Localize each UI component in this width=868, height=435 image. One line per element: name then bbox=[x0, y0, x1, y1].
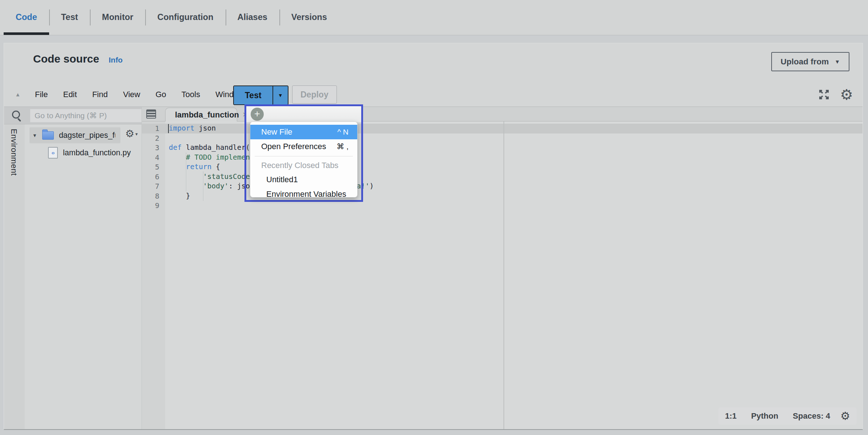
folder-icon bbox=[42, 131, 54, 140]
upload-from-button[interactable]: Upload from ▼ bbox=[771, 52, 849, 71]
function-tab-bar: Code Test Monitor Configuration Aliases … bbox=[0, 0, 868, 35]
menu-item-open-preferences[interactable]: Open Preferences ⌘ , bbox=[250, 139, 357, 154]
upload-from-label: Upload from bbox=[781, 57, 829, 67]
tree-row-file[interactable]: ‹› lambda_function.py bbox=[48, 145, 131, 161]
tab-versions[interactable]: Versions bbox=[279, 0, 339, 35]
folder-label: dagster_pipes_funct bbox=[59, 131, 115, 140]
new-tab-dropdown: + New File ^ N Open Preferences ⌘ , Rece… bbox=[244, 104, 363, 202]
deploy-button[interactable]: Deploy bbox=[292, 85, 337, 104]
editor-tab-lambda-function[interactable]: lambda_function × bbox=[165, 108, 237, 121]
card-header: Code source Info bbox=[33, 53, 123, 65]
menu-separator bbox=[255, 156, 353, 156]
expander-caret-icon[interactable]: ▼ bbox=[32, 133, 37, 138]
menu-find[interactable]: Find bbox=[84, 90, 115, 99]
test-button[interactable]: Test bbox=[234, 86, 272, 104]
gutter-numbers: 123456789 bbox=[142, 124, 165, 211]
menu-view[interactable]: View bbox=[115, 90, 148, 99]
spaces-setting[interactable]: Spaces: 4 bbox=[793, 411, 830, 421]
editor-status-bar: 1:1 Python Spaces: 4 ⚙ bbox=[718, 407, 857, 425]
menu-item-environment-variables[interactable]: Environment Variables bbox=[250, 187, 357, 197]
menu-item-untitled1[interactable]: Untitled1 bbox=[250, 172, 357, 187]
settings-gear-icon[interactable]: ⚙ bbox=[840, 87, 853, 102]
language-mode[interactable]: Python bbox=[751, 411, 779, 421]
search-icon bbox=[12, 111, 20, 119]
lambda-code-editor-screen: Code Test Monitor Configuration Aliases … bbox=[0, 0, 868, 435]
gear-icon: ⚙ bbox=[125, 129, 134, 139]
menu-item-shortcut: ⌘ , bbox=[337, 142, 349, 151]
menu-item-label: New File bbox=[261, 127, 292, 137]
toolbar-right-icons: ⚙ bbox=[817, 82, 853, 107]
test-split-button: Test ▼ bbox=[233, 85, 288, 105]
tab-code[interactable]: Code bbox=[4, 0, 49, 35]
environment-label: Environment bbox=[9, 129, 19, 176]
tab-monitor[interactable]: Monitor bbox=[90, 0, 145, 35]
caret-down-icon: ▼ bbox=[835, 59, 840, 64]
editor-tab-label: lambda_function bbox=[175, 110, 239, 120]
menu-go[interactable]: Go bbox=[148, 90, 174, 99]
text-cursor bbox=[168, 124, 169, 133]
menu-item-shortcut: ^ N bbox=[337, 128, 349, 136]
tab-list-icon[interactable] bbox=[146, 109, 156, 119]
dropdown-menu: New File ^ N Open Preferences ⌘ , Recent… bbox=[250, 121, 358, 197]
python-file-icon: ‹› bbox=[48, 147, 58, 159]
dropdown-tab-strip: + bbox=[246, 106, 361, 122]
workspace: Environment ▼ dagster_pipes_funct ⚙ ▾ ‹›… bbox=[4, 107, 863, 429]
environment-side-tab[interactable]: Environment bbox=[4, 124, 25, 429]
goto-anything-input[interactable] bbox=[30, 109, 142, 122]
file-label: lambda_function.py bbox=[63, 148, 131, 157]
ide-toolbar: ▲ File Edit Find View Go Tools Window Te… bbox=[4, 82, 863, 107]
tree-settings-button[interactable]: ⚙ ▾ bbox=[125, 129, 138, 139]
menu-item-new-file[interactable]: New File ^ N bbox=[250, 125, 357, 139]
code-source-panel: Code source Info Upload from ▼ ▲ File Ed… bbox=[4, 43, 863, 430]
menu-file[interactable]: File bbox=[27, 90, 55, 99]
info-link[interactable]: Info bbox=[109, 56, 123, 64]
goto-anything-row bbox=[4, 107, 142, 124]
tab-aliases[interactable]: Aliases bbox=[226, 0, 279, 35]
collapse-panel-icon[interactable]: ▲ bbox=[13, 91, 22, 97]
menu-tools[interactable]: Tools bbox=[174, 90, 208, 99]
fullscreen-icon[interactable] bbox=[817, 88, 831, 101]
tab-configuration[interactable]: Configuration bbox=[145, 0, 225, 35]
menu-item-label: Open Preferences bbox=[261, 142, 326, 151]
tree-row-folder[interactable]: ▼ dagster_pipes_funct bbox=[29, 127, 120, 143]
test-dropdown-button[interactable]: ▼ bbox=[272, 86, 288, 104]
plus-icon[interactable]: + bbox=[251, 108, 264, 121]
status-gear-icon[interactable]: ⚙ bbox=[840, 411, 850, 422]
file-tree: ▼ dagster_pipes_funct ⚙ ▾ ‹› lambda_func… bbox=[25, 124, 142, 429]
cursor-position[interactable]: 1:1 bbox=[725, 411, 737, 421]
menubar: File Edit Find View Go Tools Window bbox=[27, 90, 251, 99]
caret-down-icon: ▾ bbox=[135, 131, 138, 137]
tab-test[interactable]: Test bbox=[49, 0, 90, 35]
menu-edit[interactable]: Edit bbox=[55, 90, 84, 99]
menu-section-header: Recently Closed Tabs bbox=[250, 159, 357, 172]
page-title: Code source bbox=[33, 53, 99, 65]
